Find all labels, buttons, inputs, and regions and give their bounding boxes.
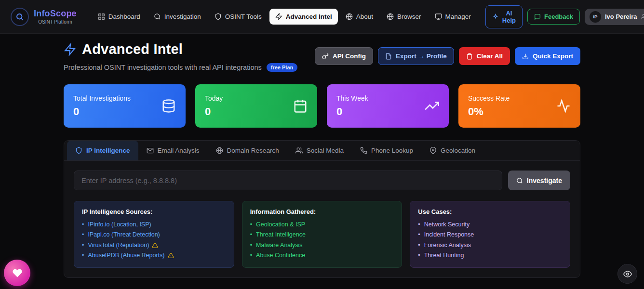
globe-icon <box>346 13 353 20</box>
stat-card-this-week: This Week 0 <box>327 84 449 128</box>
list-item: VirusTotal (Reputation) <box>82 240 226 250</box>
list-item: IPapi.co (Threat Detection) <box>82 230 226 240</box>
lightning-icon <box>64 43 76 56</box>
list-item: Threat Hunting <box>418 250 562 261</box>
trending-up-icon <box>425 99 439 113</box>
nav-item-dashboard[interactable]: Dashboard <box>92 9 146 25</box>
lightning-icon <box>275 13 282 20</box>
tab-bar: IP Intelligence Email Analysis Domain Re… <box>64 141 580 161</box>
download-icon <box>522 53 529 60</box>
info-cards: IP Intelligence Sources: IPinfo.io (Loca… <box>74 201 570 268</box>
avatar: IP <box>590 11 601 23</box>
info-card-title: Information Gathered: <box>250 208 394 215</box>
main-content: Advanced Intel Professional OSINT invest… <box>64 34 580 278</box>
shield-icon <box>75 147 82 154</box>
tab-ip-intelligence[interactable]: IP Intelligence <box>67 141 138 160</box>
nav-menu: Dashboard Investigation OSINT Tools Adva… <box>92 9 477 25</box>
list-item: Threat Intelligence <box>250 230 394 240</box>
ip-address-input[interactable] <box>74 171 502 190</box>
message-square-icon <box>534 13 541 20</box>
stat-value: 0 <box>73 105 131 118</box>
nav-item-osint-tools[interactable]: OSINT Tools <box>209 9 268 25</box>
visibility-fab[interactable] <box>617 264 637 284</box>
search-icon <box>15 13 24 21</box>
database-icon <box>161 99 176 113</box>
list-item: Network Security <box>418 220 562 230</box>
tab-geolocation[interactable]: Geolocation <box>421 141 483 160</box>
page-header: Advanced Intel Professional OSINT invest… <box>64 41 580 72</box>
ai-help-button[interactable]: AI Help <box>485 5 523 28</box>
quick-export-button[interactable]: Quick Export <box>515 47 580 65</box>
tab-domain-research[interactable]: Domain Research <box>208 141 287 160</box>
nav-item-manager[interactable]: Manager <box>429 9 477 25</box>
brand-name: InfoScope <box>34 9 77 19</box>
nav-item-browser[interactable]: Browser <box>381 9 427 25</box>
stat-value: 0 <box>205 105 223 118</box>
globe-icon <box>387 13 394 20</box>
calendar-icon <box>293 99 308 113</box>
user-menu[interactable]: IP Ivo Pereira <box>585 9 644 25</box>
page-subtitle: Professional OSINT investigation tools w… <box>64 64 262 71</box>
warning-icon <box>168 252 174 259</box>
page-title: Advanced Intel <box>82 41 183 57</box>
stat-value: 0% <box>468 105 510 118</box>
info-card-title: IP Intelligence Sources: <box>82 208 226 215</box>
mail-icon <box>147 147 154 154</box>
list-item: Forensic Analysis <box>418 240 562 250</box>
header-actions: API Config Export → Profile Clear All Qu… <box>315 47 580 65</box>
warning-icon <box>152 242 158 249</box>
dashboard-icon <box>98 13 105 20</box>
search-row: Investigate <box>74 171 570 190</box>
list-item: Geolocation & ISP <box>250 220 394 230</box>
trash-icon <box>466 53 473 60</box>
file-icon <box>385 53 392 60</box>
plan-badge: free Plan <box>267 63 297 72</box>
navbar-actions: AI Help Feedback IP Ivo Pereira <box>485 5 644 28</box>
tab-email-analysis[interactable]: Email Analysis <box>138 141 208 160</box>
list-item: Abuse Confidence <box>250 250 394 261</box>
user-name: Ivo Pereira <box>605 13 637 20</box>
search-icon <box>154 13 161 20</box>
info-card-use-cases: Use Cases: Network Security Incident Res… <box>410 201 570 268</box>
info-card-title: Use Cases: <box>418 208 562 215</box>
stat-card-today: Today 0 <box>195 84 317 128</box>
info-card-sources: IP Intelligence Sources: IPinfo.io (Loca… <box>74 201 234 268</box>
person-icon <box>641 13 644 20</box>
globe-icon <box>216 147 223 154</box>
list-item: IPinfo.io (Location, ISP) <box>82 220 226 230</box>
nav-item-investigation[interactable]: Investigation <box>148 9 207 25</box>
eye-icon <box>623 270 632 278</box>
search-icon <box>516 177 523 184</box>
nav-item-about[interactable]: About <box>340 9 379 25</box>
sparkle-icon <box>492 13 499 20</box>
activity-icon <box>556 99 571 113</box>
brand[interactable]: InfoScope OSINT Platform <box>11 8 77 26</box>
monitor-icon <box>435 13 442 20</box>
info-card-information-gathered: Information Gathered: Geolocation & ISP … <box>242 201 402 268</box>
api-config-button[interactable]: API Config <box>315 47 373 65</box>
stat-value: 0 <box>336 105 368 118</box>
shield-icon <box>215 13 222 20</box>
brand-subtitle: OSINT Platform <box>38 19 72 25</box>
tab-phone-lookup[interactable]: Phone Lookup <box>352 141 421 160</box>
tab-social-media[interactable]: Social Media <box>287 141 352 160</box>
stat-card-total-investigations: Total Investigations 0 <box>64 84 186 128</box>
feedback-heart-fab[interactable] <box>4 260 30 286</box>
stat-card-success-rate: Success Rate 0% <box>458 84 580 128</box>
feedback-button[interactable]: Feedback <box>527 9 580 25</box>
users-icon <box>295 147 303 154</box>
stats-row: Total Investigations 0 Today 0 This Week… <box>64 84 580 128</box>
clear-all-button[interactable]: Clear All <box>459 47 510 65</box>
heart-icon <box>12 268 23 278</box>
investigation-panel: IP Intelligence Email Analysis Domain Re… <box>64 140 580 278</box>
brand-logo <box>11 8 29 26</box>
list-item: Incident Response <box>418 230 562 240</box>
export-profile-button[interactable]: Export → Profile <box>378 47 454 65</box>
phone-icon <box>360 147 367 154</box>
key-icon <box>322 53 329 60</box>
investigate-button[interactable]: Investigate <box>508 171 570 190</box>
nav-item-advanced-intel[interactable]: Advanced Intel <box>269 9 338 25</box>
navbar: InfoScope OSINT Platform Dashboard Inves… <box>0 0 644 34</box>
list-item: Malware Analysis <box>250 240 394 250</box>
list-item: AbuseIPDB (Abuse Reports) <box>82 250 226 261</box>
